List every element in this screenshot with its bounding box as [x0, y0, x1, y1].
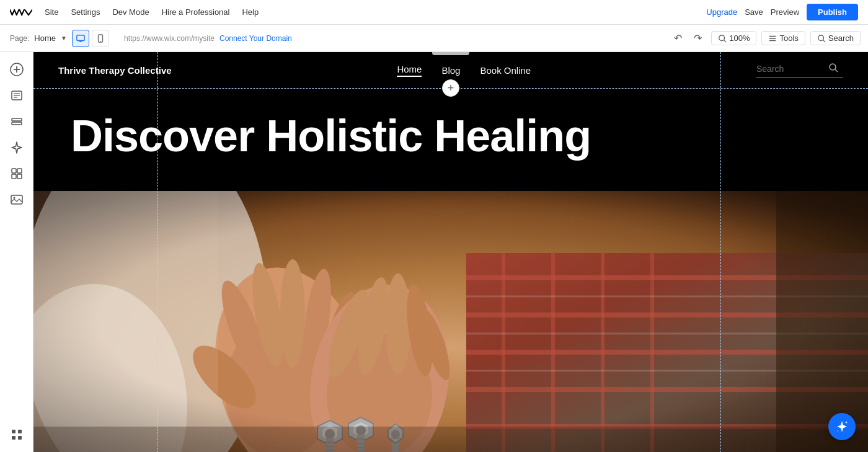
hero-section: + Discover Holistic Healing: [33, 88, 868, 191]
wix-ai-button[interactable]: [828, 413, 856, 440]
page-view-icons: [72, 30, 109, 47]
sidebar-item-pages[interactable]: [4, 83, 29, 108]
topbar-right: Upgrade Save Preview Publish: [706, 4, 858, 20]
svg-rect-17: [12, 122, 22, 125]
svg-rect-24: [12, 430, 16, 433]
nav-item-home[interactable]: Home: [397, 64, 422, 77]
redo-button[interactable]: ↷: [689, 30, 706, 47]
svg-rect-0: [77, 35, 84, 40]
svg-line-29: [835, 69, 838, 72]
wix-ai-icon: [835, 420, 849, 433]
hero-photo-section: [33, 191, 868, 452]
sidebar-item-media[interactable]: [4, 187, 29, 212]
svg-point-84: [846, 421, 848, 423]
topbar-settings[interactable]: Settings: [71, 7, 100, 17]
site-search-icon[interactable]: [828, 63, 838, 75]
tools-label: Tools: [779, 33, 798, 43]
ai-sparkle-icon: [10, 141, 24, 154]
svg-rect-19: [17, 169, 22, 173]
secondbar-right: ↶ ↷ 100% Tools Search: [669, 30, 861, 47]
tools-button[interactable]: Tools: [761, 31, 805, 45]
svg-rect-25: [18, 430, 22, 433]
hero-title[interactable]: Discover Holistic Healing: [71, 113, 591, 160]
svg-point-7: [818, 35, 824, 40]
pages-icon: [11, 89, 23, 102]
site-logo[interactable]: Thrive Therapy Collective: [58, 65, 172, 76]
svg-point-85: [837, 430, 838, 432]
site-nav: Home Blog Book Online: [397, 64, 531, 77]
scroll-handle: [432, 52, 469, 55]
svg-line-6: [724, 40, 727, 42]
hero-image: [33, 191, 868, 452]
search-label: Search: [828, 33, 854, 43]
site-search-input[interactable]: [756, 64, 825, 74]
add-icon: [10, 63, 24, 76]
topbar-dev-mode[interactable]: Dev Mode: [112, 7, 149, 17]
svg-rect-16: [12, 118, 22, 121]
page-name[interactable]: Home: [34, 33, 56, 43]
site-search-area: [756, 63, 843, 78]
nav-item-book[interactable]: Book Online: [480, 65, 531, 76]
svg-rect-1: [79, 41, 82, 42]
zoom-control[interactable]: 100%: [711, 31, 756, 45]
zoom-value: 100%: [729, 33, 750, 43]
canvas-wrapper: Thrive Therapy Collective Home Blog Book…: [33, 52, 868, 452]
media-icon: [11, 193, 23, 206]
search-icon: [817, 34, 826, 43]
mobile-icon: [97, 34, 104, 43]
page-dropdown-icon[interactable]: ▼: [61, 35, 67, 42]
upgrade-link[interactable]: Upgrade: [706, 7, 737, 17]
desktop-icon: [76, 34, 85, 43]
topbar: Site Settings Dev Mode Hire a Profession…: [0, 0, 868, 25]
sidebar-item-apps[interactable]: [4, 161, 29, 186]
svg-point-4: [100, 40, 100, 41]
svg-point-5: [719, 35, 725, 40]
url-text: https://www.wix.com/mysite: [124, 34, 215, 43]
preview-button[interactable]: Preview: [771, 7, 799, 17]
svg-rect-26: [12, 436, 16, 440]
url-bar: https://www.wix.com/mysite Connect Your …: [124, 34, 292, 43]
zoom-icon: [718, 34, 727, 43]
svg-rect-18: [12, 169, 16, 173]
svg-point-28: [830, 64, 836, 70]
nav-item-blog[interactable]: Blog: [441, 65, 460, 76]
svg-line-8: [823, 40, 825, 42]
layers-icon: [11, 115, 23, 128]
sidebar-item-ai[interactable]: [4, 135, 29, 160]
topbar-help[interactable]: Help: [242, 7, 259, 17]
page-label: Page:: [10, 34, 29, 43]
apps-icon: [11, 167, 23, 180]
svg-point-23: [13, 197, 15, 199]
topbar-nav: Site Settings Dev Mode Hire a Profession…: [45, 7, 694, 17]
sidebar-item-add[interactable]: [4, 57, 29, 82]
undo-button[interactable]: ↶: [669, 30, 686, 47]
topbar-hire[interactable]: Hire a Professional: [162, 7, 230, 17]
svg-rect-27: [18, 436, 22, 440]
wix-logo-icon: [10, 6, 32, 19]
topbar-site[interactable]: Site: [45, 7, 58, 17]
save-button[interactable]: Save: [745, 7, 763, 17]
mobile-view-button[interactable]: [92, 30, 109, 47]
svg-rect-83: [33, 191, 868, 452]
publish-button[interactable]: Publish: [807, 4, 858, 20]
add-section-button[interactable]: +: [442, 79, 459, 97]
secondbar: Page: Home ▼ https://www.wix.com/mysite …: [0, 25, 868, 52]
search-button[interactable]: Search: [810, 31, 861, 45]
tools-icon: [768, 34, 777, 43]
svg-rect-21: [17, 174, 22, 179]
grid-icon: [11, 428, 23, 441]
canvas-content: Thrive Therapy Collective Home Blog Book…: [33, 52, 868, 452]
desktop-view-button[interactable]: [72, 30, 89, 47]
connect-domain-link[interactable]: Connect Your Domain: [219, 34, 292, 43]
sidebar-item-layers[interactable]: [4, 109, 29, 134]
undo-redo-group: ↶ ↷: [669, 30, 706, 47]
svg-rect-22: [11, 195, 22, 204]
sidebar-item-bottom[interactable]: [4, 422, 29, 447]
left-sidebar: [0, 52, 33, 452]
svg-rect-20: [12, 174, 16, 179]
